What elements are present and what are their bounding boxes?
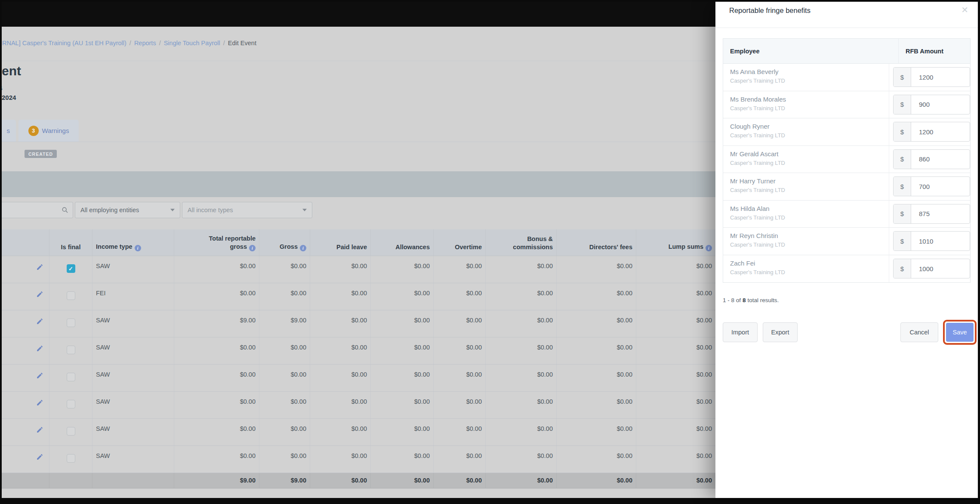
- overtime-cell: $0.00: [433, 446, 485, 473]
- cancel-button[interactable]: Cancel: [900, 322, 938, 342]
- rfb-amount-input[interactable]: [911, 232, 970, 250]
- rfb-amount-input[interactable]: [911, 68, 970, 87]
- employee-company: Casper's Training LTD: [730, 269, 889, 275]
- lump-sums-cell: $0.00: [636, 365, 715, 391]
- bonus-commissions-cell: $0.00: [485, 337, 556, 364]
- income-type-cell: SAW: [92, 310, 174, 337]
- rfb-row: Mr Gerald AscartCasper's Training LTD$: [723, 146, 970, 173]
- rfb-amount-input[interactable]: [911, 177, 970, 196]
- income-type-cell: SAW: [92, 392, 174, 418]
- total-reportable-gross-cell: $0.00: [174, 256, 259, 283]
- import-button[interactable]: Import: [723, 322, 758, 342]
- info-icon[interactable]: i: [706, 245, 712, 251]
- close-icon[interactable]: ✕: [961, 5, 968, 15]
- edit-pencil-icon[interactable]: [36, 265, 43, 272]
- allowances-cell: $0.00: [370, 392, 433, 418]
- rfb-row: Ms Hilda AlanCasper's Training LTD$: [723, 201, 970, 228]
- allowances-cell: $0.00: [370, 283, 433, 310]
- income-type-cell: FEI: [92, 283, 174, 310]
- is-final-checkbox[interactable]: [67, 400, 75, 408]
- rfb-amount-input[interactable]: [911, 204, 970, 223]
- is-final-checkbox[interactable]: [67, 454, 75, 463]
- rfb-amount-input[interactable]: [911, 259, 970, 278]
- edit-cell: [2, 446, 49, 473]
- edit-pencil-icon[interactable]: [36, 374, 43, 380]
- is-final-cell: [49, 446, 92, 473]
- stp-edit-event-page: RNAL] Casper's Training (AU 1st EH Payro…: [2, 2, 715, 498]
- is-final-checkbox[interactable]: [67, 373, 75, 381]
- search-input[interactable]: [2, 202, 55, 219]
- income-types-dropdown[interactable]: All income types: [182, 202, 312, 218]
- breadcrumb-item[interactable]: Single Touch Payroll: [164, 40, 220, 46]
- is-final-checkbox[interactable]: [67, 318, 75, 327]
- is-final-checkbox[interactable]: [67, 346, 75, 354]
- column-header-income-type: Income typei: [92, 229, 174, 256]
- edit-pencil-icon[interactable]: [36, 428, 43, 435]
- employing-entities-dropdown[interactable]: All employing entities: [75, 202, 180, 218]
- employing-entities-value: All employing entities: [80, 207, 139, 213]
- is-final-checkbox[interactable]: [67, 427, 75, 436]
- screen: RNAL] Casper's Training (AU 1st EH Payro…: [0, 0, 980, 504]
- lump-sums-cell: $0.00: [636, 256, 715, 283]
- edit-pencil-icon[interactable]: [36, 455, 43, 462]
- is-final-checkbox[interactable]: [67, 291, 75, 300]
- edit-cell: [2, 365, 49, 391]
- gross-cell: $0.00: [259, 337, 310, 364]
- rfb-amount-group: $: [893, 149, 970, 169]
- breadcrumb-item[interactable]: RNAL] Casper's Training (AU 1st EH Payro…: [2, 40, 126, 46]
- rfb-amount-input[interactable]: [911, 122, 970, 141]
- stp-table: Is finalIncome typeiTotal reportablegros…: [2, 229, 715, 489]
- edit-pencil-icon[interactable]: [36, 401, 43, 408]
- is-final-cell: ✓: [49, 256, 92, 283]
- tab-warnings-label: Warnings: [42, 127, 69, 134]
- is-final-checkbox[interactable]: ✓: [67, 264, 75, 273]
- overtime-cell: $0.00: [433, 283, 485, 310]
- info-icon[interactable]: i: [135, 245, 141, 251]
- breadcrumb-separator: /: [129, 40, 131, 46]
- directors-fees-cell: $0.00: [556, 310, 636, 337]
- tab-warnings[interactable]: 3 Warnings: [18, 120, 79, 142]
- rfb-employee-cell: Mr Gerald AscartCasper's Training LTD: [723, 146, 889, 173]
- column-header-bonus-commissions: Bonus &commissions: [485, 229, 556, 256]
- table-row: SAW$0.00$0.00$0.00$0.00$0.00$0.00$0.00$0…: [2, 392, 715, 419]
- currency-prefix: $: [894, 177, 911, 196]
- rfb-row: Ms Anna BeverlyCasper's Training LTD$: [723, 64, 970, 91]
- gross-cell: $9.00: [259, 310, 310, 337]
- allowances-cell: $0.00: [370, 446, 433, 473]
- column-header-lump-sums: Lump sumsi: [636, 229, 715, 256]
- search-box: [2, 202, 73, 218]
- is-final-cell: [49, 337, 92, 364]
- income-type-cell: SAW: [92, 419, 174, 445]
- rfb-row: Mr Harry TurnerCasper's Training LTD$: [723, 173, 970, 201]
- income-type-cell: SAW: [92, 446, 174, 473]
- rfb-amount-cell: $: [889, 91, 970, 118]
- allowances-cell: $0.00: [370, 310, 433, 337]
- top-nav-bar: [2, 2, 715, 27]
- income-types-value: All income types: [188, 207, 233, 213]
- currency-prefix: $: [894, 122, 911, 141]
- search-icon: [62, 207, 68, 215]
- stp-table-body: ✓SAW$0.00$0.00$0.00$0.00$0.00$0.00$0.00$…: [2, 256, 715, 473]
- edit-pencil-icon[interactable]: [36, 319, 43, 326]
- column-header-is-final: Is final: [49, 229, 92, 256]
- lump-sums-cell: $0.00: [636, 283, 715, 310]
- modal-title: Reportable fringe benefits: [729, 6, 811, 15]
- column-header-label: Allowances: [395, 244, 430, 250]
- edit-pencil-icon[interactable]: [36, 346, 43, 353]
- overtime-cell: $0.00: [433, 392, 485, 418]
- page-subtitle-fragment: 4: [2, 84, 2, 92]
- breadcrumb-item[interactable]: Reports: [134, 40, 156, 46]
- rfb-amount-input[interactable]: [911, 95, 970, 114]
- rfb-amount-input[interactable]: [911, 150, 970, 169]
- total-reportable-gross-cell: $0.00: [174, 446, 259, 473]
- breadcrumb-item: Edit Event: [228, 40, 256, 46]
- info-icon[interactable]: i: [249, 245, 256, 251]
- column-header-allowances: Allowances: [370, 229, 433, 256]
- currency-prefix: $: [894, 232, 911, 250]
- info-icon[interactable]: i: [300, 245, 306, 251]
- total-reportable-gross-cell: $0.00: [174, 365, 259, 391]
- tab-partial[interactable]: s: [2, 120, 16, 142]
- save-button[interactable]: Save: [946, 323, 974, 342]
- edit-pencil-icon[interactable]: [36, 292, 43, 299]
- export-button[interactable]: Export: [763, 322, 798, 342]
